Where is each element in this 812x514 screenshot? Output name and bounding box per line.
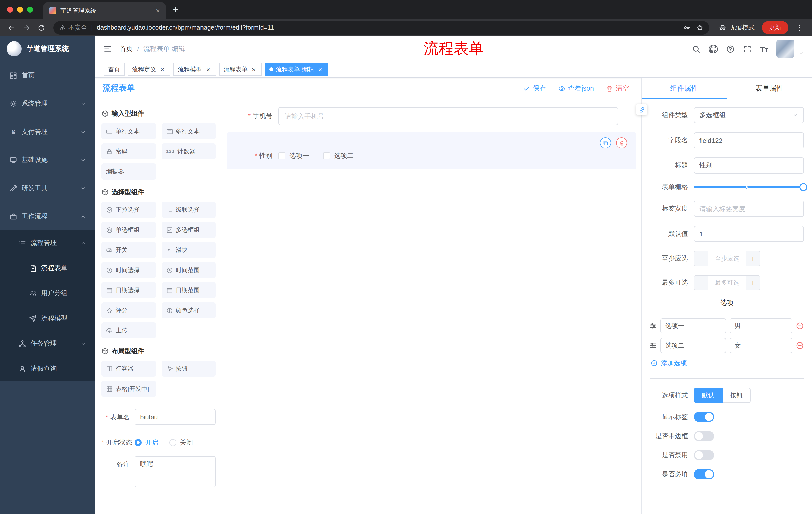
palette-item-cascader[interactable]: 级联选择 — [162, 202, 215, 218]
form-remark-textarea[interactable]: 嘿嘿 — [135, 456, 215, 487]
status-radio-on[interactable]: 开启 — [135, 438, 158, 447]
tag-process-model[interactable]: 流程模型 × — [173, 63, 216, 76]
close-window-button[interactable] — [7, 6, 13, 12]
phone-input[interactable] — [279, 107, 618, 125]
zoom-window-button[interactable] — [27, 6, 33, 12]
password-key-icon[interactable] — [684, 24, 690, 31]
palette-item-single-text[interactable]: 单行文本 — [102, 123, 155, 139]
view-json-button[interactable]: 查看json — [558, 84, 594, 93]
drag-handle-icon[interactable] — [650, 342, 657, 349]
default-value-input[interactable] — [694, 226, 804, 242]
tag-home[interactable]: 首页 — [104, 63, 125, 76]
palette-item-editor[interactable]: 编辑器 — [102, 163, 155, 180]
palette-item-upload[interactable]: 上传 — [102, 322, 155, 339]
sidebar-item-leave-query[interactable]: 请假查询 — [0, 356, 95, 381]
stepper-increase-button[interactable]: + — [746, 276, 760, 290]
drag-handle-icon[interactable] — [650, 322, 657, 329]
slider-handle[interactable] — [800, 183, 808, 191]
border-switch[interactable] — [694, 431, 714, 441]
component-type-select[interactable]: 多选框组 — [694, 107, 804, 123]
browser-menu-icon[interactable]: ⋮ — [791, 23, 808, 32]
stepper-value[interactable]: 至少应选 — [708, 251, 746, 266]
sidebar-item-payment[interactable]: ¥ 支付管理 — [0, 118, 95, 146]
palette-item-rate[interactable]: 评分 — [102, 302, 155, 318]
link-icon[interactable] — [636, 104, 647, 115]
palette-item-radio-group[interactable]: 单选框组 — [102, 222, 155, 238]
palette-item-date-picker[interactable]: 日期选择 — [102, 282, 155, 298]
font-size-icon[interactable]: TT — [760, 45, 768, 53]
tab-form-props[interactable]: 表单属性 — [727, 78, 812, 99]
add-option-link[interactable]: 添加选项 — [651, 359, 687, 368]
update-button[interactable]: 更新 — [762, 21, 788, 34]
option-value-input[interactable] — [729, 338, 792, 353]
search-icon[interactable] — [692, 45, 700, 53]
checkbox-option-2[interactable]: 选项二 — [323, 152, 354, 160]
sidebar-item-workflow[interactable]: 工作流程 — [0, 202, 95, 231]
avatar-caret-icon[interactable] — [799, 51, 804, 56]
address-bar[interactable]: 不安全 | dashboard.yudao.iocoder.cn/bpm/man… — [53, 21, 709, 34]
breadcrumb-home[interactable]: 首页 — [120, 44, 133, 53]
stepper-decrease-button[interactable]: − — [694, 276, 708, 290]
save-button[interactable]: 保存 — [523, 84, 546, 93]
tag-process-form[interactable]: 流程表单 × — [219, 63, 262, 76]
sidebar-item-infrastructure[interactable]: 基础设施 — [0, 146, 95, 174]
palette-item-checkbox-group[interactable]: 多选框组 — [162, 222, 215, 238]
bookmark-star-icon[interactable] — [696, 24, 703, 31]
sidebar-item-process-model[interactable]: 流程模型 — [0, 306, 95, 331]
stepper-increase-button[interactable]: + — [746, 251, 760, 266]
option-name-input[interactable] — [660, 318, 726, 333]
label-width-input[interactable] — [694, 201, 804, 217]
phone-field-row[interactable]: 手机号 — [227, 107, 636, 125]
github-icon[interactable] — [709, 45, 717, 53]
remove-option-button[interactable] — [796, 322, 804, 330]
status-radio-off[interactable]: 关闭 — [169, 438, 193, 447]
stepper-decrease-button[interactable]: − — [694, 251, 708, 266]
sidebar-item-home[interactable]: 首页 — [0, 61, 95, 89]
checkbox-option-1[interactable]: 选项一 — [279, 152, 309, 160]
form-name-input[interactable] — [135, 409, 215, 425]
tag-close-icon[interactable]: × — [159, 65, 166, 73]
copy-component-button[interactable] — [600, 137, 611, 148]
palette-item-table[interactable]: 表格[开发中] — [102, 381, 155, 397]
sidebar-item-process-management[interactable]: 流程管理 — [0, 231, 95, 255]
show-label-switch[interactable] — [694, 412, 714, 422]
sidebar-item-system[interactable]: 系统管理 — [0, 89, 95, 118]
palette-item-switch[interactable]: 开关 — [102, 242, 155, 258]
help-icon[interactable] — [726, 45, 734, 53]
sidebar-item-process-form[interactable]: 流程表单 — [0, 255, 95, 281]
disabled-switch[interactable] — [694, 450, 714, 460]
forward-button[interactable] — [19, 21, 33, 35]
palette-item-time-range[interactable]: 时间范围 — [162, 262, 215, 278]
fullscreen-icon[interactable] — [743, 45, 751, 53]
tag-process-form-edit[interactable]: 流程表单-编辑 × — [265, 63, 328, 76]
browser-tab[interactable]: 芋道管理系统 × — [43, 2, 166, 19]
field-name-input[interactable] — [694, 132, 804, 148]
palette-item-multi-text[interactable]: 多行文本 — [162, 123, 215, 139]
option-name-input[interactable] — [660, 338, 726, 353]
palette-item-color-picker[interactable]: 颜色选择 — [162, 302, 215, 318]
selected-component[interactable]: 性别 选项一 选项二 — [227, 132, 636, 169]
tab-close-icon[interactable]: × — [154, 6, 162, 15]
style-default-button[interactable]: 默认 — [694, 388, 723, 403]
palette-item-button[interactable]: 按钮 — [162, 360, 215, 377]
title-input[interactable] — [694, 157, 804, 173]
required-switch[interactable] — [694, 469, 714, 479]
clear-button[interactable]: 清空 — [606, 84, 629, 93]
palette-item-time-picker[interactable]: 时间选择 — [102, 262, 155, 278]
tag-close-icon[interactable]: × — [204, 65, 211, 73]
new-tab-button[interactable]: + — [166, 4, 185, 15]
tag-process-definition[interactable]: 流程定义 × — [127, 63, 170, 76]
back-button[interactable] — [4, 21, 18, 35]
user-avatar[interactable] — [776, 40, 794, 58]
security-chip[interactable]: 不安全 — [59, 23, 87, 32]
tag-close-icon[interactable]: × — [317, 65, 324, 73]
delete-component-button[interactable] — [616, 137, 627, 148]
palette-item-date-range[interactable]: 日期范围 — [162, 282, 215, 298]
reload-button[interactable] — [34, 21, 48, 35]
palette-item-password[interactable]: 密码 — [102, 143, 155, 159]
palette-item-counter[interactable]: 123计数器 — [162, 143, 215, 159]
palette-item-select[interactable]: 下拉选择 — [102, 202, 155, 218]
tab-component-props[interactable]: 组件属性 — [642, 78, 727, 99]
style-button-button[interactable]: 按钮 — [723, 388, 751, 403]
hamburger-icon[interactable] — [104, 45, 112, 53]
